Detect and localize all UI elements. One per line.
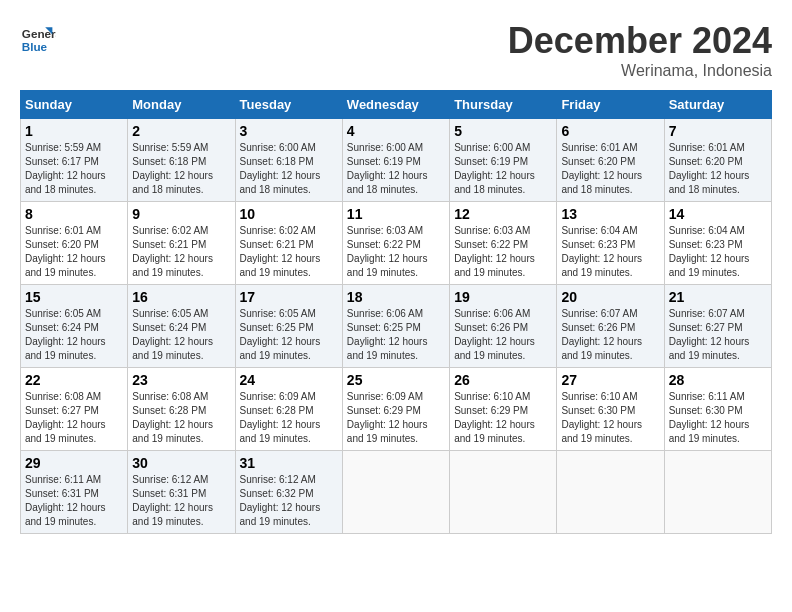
day-number: 24	[240, 372, 338, 388]
calendar-cell: 7Sunrise: 6:01 AM Sunset: 6:20 PM Daylig…	[664, 119, 771, 202]
day-info: Sunrise: 6:10 AM Sunset: 6:29 PM Dayligh…	[454, 390, 552, 446]
day-info: Sunrise: 6:01 AM Sunset: 6:20 PM Dayligh…	[669, 141, 767, 197]
calendar-cell: 3Sunrise: 6:00 AM Sunset: 6:18 PM Daylig…	[235, 119, 342, 202]
day-info: Sunrise: 6:02 AM Sunset: 6:21 PM Dayligh…	[132, 224, 230, 280]
day-info: Sunrise: 5:59 AM Sunset: 6:18 PM Dayligh…	[132, 141, 230, 197]
day-number: 4	[347, 123, 445, 139]
calendar-cell: 28Sunrise: 6:11 AM Sunset: 6:30 PM Dayli…	[664, 368, 771, 451]
day-info: Sunrise: 6:04 AM Sunset: 6:23 PM Dayligh…	[561, 224, 659, 280]
day-number: 15	[25, 289, 123, 305]
calendar-cell: 27Sunrise: 6:10 AM Sunset: 6:30 PM Dayli…	[557, 368, 664, 451]
title-block: December 2024 Werinama, Indonesia	[508, 20, 772, 80]
calendar-cell: 11Sunrise: 6:03 AM Sunset: 6:22 PM Dayli…	[342, 202, 449, 285]
day-number: 25	[347, 372, 445, 388]
logo: General Blue	[20, 20, 56, 56]
day-info: Sunrise: 6:00 AM Sunset: 6:19 PM Dayligh…	[347, 141, 445, 197]
day-info: Sunrise: 6:01 AM Sunset: 6:20 PM Dayligh…	[561, 141, 659, 197]
calendar-cell: 19Sunrise: 6:06 AM Sunset: 6:26 PM Dayli…	[450, 285, 557, 368]
calendar-cell: 16Sunrise: 6:05 AM Sunset: 6:24 PM Dayli…	[128, 285, 235, 368]
calendar-cell: 22Sunrise: 6:08 AM Sunset: 6:27 PM Dayli…	[21, 368, 128, 451]
month-title: December 2024	[508, 20, 772, 62]
calendar-cell: 12Sunrise: 6:03 AM Sunset: 6:22 PM Dayli…	[450, 202, 557, 285]
calendar-cell: 6Sunrise: 6:01 AM Sunset: 6:20 PM Daylig…	[557, 119, 664, 202]
day-number: 21	[669, 289, 767, 305]
calendar-cell: 25Sunrise: 6:09 AM Sunset: 6:29 PM Dayli…	[342, 368, 449, 451]
day-info: Sunrise: 6:06 AM Sunset: 6:25 PM Dayligh…	[347, 307, 445, 363]
calendar-cell: 10Sunrise: 6:02 AM Sunset: 6:21 PM Dayli…	[235, 202, 342, 285]
calendar-cell: 23Sunrise: 6:08 AM Sunset: 6:28 PM Dayli…	[128, 368, 235, 451]
day-info: Sunrise: 6:07 AM Sunset: 6:26 PM Dayligh…	[561, 307, 659, 363]
calendar-cell: 13Sunrise: 6:04 AM Sunset: 6:23 PM Dayli…	[557, 202, 664, 285]
day-info: Sunrise: 6:02 AM Sunset: 6:21 PM Dayligh…	[240, 224, 338, 280]
day-header-sunday: Sunday	[21, 91, 128, 119]
day-info: Sunrise: 6:08 AM Sunset: 6:27 PM Dayligh…	[25, 390, 123, 446]
day-number: 7	[669, 123, 767, 139]
day-number: 28	[669, 372, 767, 388]
page-header: General Blue December 2024 Werinama, Ind…	[20, 20, 772, 80]
day-info: Sunrise: 6:03 AM Sunset: 6:22 PM Dayligh…	[454, 224, 552, 280]
day-header-tuesday: Tuesday	[235, 91, 342, 119]
day-number: 19	[454, 289, 552, 305]
svg-text:Blue: Blue	[22, 40, 48, 53]
day-info: Sunrise: 6:09 AM Sunset: 6:29 PM Dayligh…	[347, 390, 445, 446]
day-number: 11	[347, 206, 445, 222]
day-info: Sunrise: 6:04 AM Sunset: 6:23 PM Dayligh…	[669, 224, 767, 280]
day-header-wednesday: Wednesday	[342, 91, 449, 119]
day-info: Sunrise: 6:05 AM Sunset: 6:24 PM Dayligh…	[132, 307, 230, 363]
calendar-week-row: 29Sunrise: 6:11 AM Sunset: 6:31 PM Dayli…	[21, 451, 772, 534]
day-info: Sunrise: 6:00 AM Sunset: 6:19 PM Dayligh…	[454, 141, 552, 197]
calendar-cell: 15Sunrise: 6:05 AM Sunset: 6:24 PM Dayli…	[21, 285, 128, 368]
day-number: 3	[240, 123, 338, 139]
day-header-saturday: Saturday	[664, 91, 771, 119]
day-info: Sunrise: 6:03 AM Sunset: 6:22 PM Dayligh…	[347, 224, 445, 280]
day-info: Sunrise: 6:05 AM Sunset: 6:25 PM Dayligh…	[240, 307, 338, 363]
calendar-cell: 30Sunrise: 6:12 AM Sunset: 6:31 PM Dayli…	[128, 451, 235, 534]
day-number: 29	[25, 455, 123, 471]
day-number: 30	[132, 455, 230, 471]
calendar-cell: 29Sunrise: 6:11 AM Sunset: 6:31 PM Dayli…	[21, 451, 128, 534]
day-number: 31	[240, 455, 338, 471]
day-header-friday: Friday	[557, 91, 664, 119]
day-header-thursday: Thursday	[450, 91, 557, 119]
calendar-cell: 5Sunrise: 6:00 AM Sunset: 6:19 PM Daylig…	[450, 119, 557, 202]
day-number: 26	[454, 372, 552, 388]
logo-icon: General Blue	[20, 20, 56, 56]
calendar-header-row: SundayMondayTuesdayWednesdayThursdayFrid…	[21, 91, 772, 119]
day-number: 2	[132, 123, 230, 139]
calendar-cell: 26Sunrise: 6:10 AM Sunset: 6:29 PM Dayli…	[450, 368, 557, 451]
day-number: 27	[561, 372, 659, 388]
location: Werinama, Indonesia	[508, 62, 772, 80]
day-info: Sunrise: 6:00 AM Sunset: 6:18 PM Dayligh…	[240, 141, 338, 197]
day-number: 8	[25, 206, 123, 222]
calendar-cell: 8Sunrise: 6:01 AM Sunset: 6:20 PM Daylig…	[21, 202, 128, 285]
day-number: 18	[347, 289, 445, 305]
calendar-cell: 24Sunrise: 6:09 AM Sunset: 6:28 PM Dayli…	[235, 368, 342, 451]
day-header-monday: Monday	[128, 91, 235, 119]
calendar-cell: 4Sunrise: 6:00 AM Sunset: 6:19 PM Daylig…	[342, 119, 449, 202]
day-number: 16	[132, 289, 230, 305]
calendar-cell: 9Sunrise: 6:02 AM Sunset: 6:21 PM Daylig…	[128, 202, 235, 285]
calendar-week-row: 1Sunrise: 5:59 AM Sunset: 6:17 PM Daylig…	[21, 119, 772, 202]
calendar-cell: 20Sunrise: 6:07 AM Sunset: 6:26 PM Dayli…	[557, 285, 664, 368]
day-number: 10	[240, 206, 338, 222]
day-number: 23	[132, 372, 230, 388]
calendar-cell	[342, 451, 449, 534]
calendar-week-row: 22Sunrise: 6:08 AM Sunset: 6:27 PM Dayli…	[21, 368, 772, 451]
day-number: 9	[132, 206, 230, 222]
calendar-body: 1Sunrise: 5:59 AM Sunset: 6:17 PM Daylig…	[21, 119, 772, 534]
day-info: Sunrise: 6:05 AM Sunset: 6:24 PM Dayligh…	[25, 307, 123, 363]
calendar-cell: 2Sunrise: 5:59 AM Sunset: 6:18 PM Daylig…	[128, 119, 235, 202]
calendar-cell: 17Sunrise: 6:05 AM Sunset: 6:25 PM Dayli…	[235, 285, 342, 368]
calendar-cell: 31Sunrise: 6:12 AM Sunset: 6:32 PM Dayli…	[235, 451, 342, 534]
day-info: Sunrise: 6:11 AM Sunset: 6:30 PM Dayligh…	[669, 390, 767, 446]
calendar-cell: 14Sunrise: 6:04 AM Sunset: 6:23 PM Dayli…	[664, 202, 771, 285]
day-info: Sunrise: 6:12 AM Sunset: 6:31 PM Dayligh…	[132, 473, 230, 529]
day-info: Sunrise: 6:08 AM Sunset: 6:28 PM Dayligh…	[132, 390, 230, 446]
day-info: Sunrise: 6:09 AM Sunset: 6:28 PM Dayligh…	[240, 390, 338, 446]
calendar-cell	[664, 451, 771, 534]
day-number: 22	[25, 372, 123, 388]
day-number: 6	[561, 123, 659, 139]
day-info: Sunrise: 6:11 AM Sunset: 6:31 PM Dayligh…	[25, 473, 123, 529]
day-number: 14	[669, 206, 767, 222]
calendar-cell	[450, 451, 557, 534]
